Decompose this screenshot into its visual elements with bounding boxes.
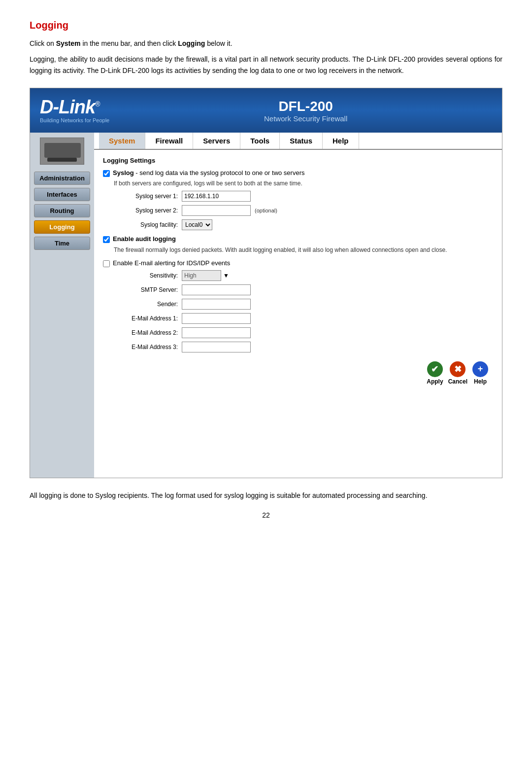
- syslog-server1-input[interactable]: [182, 191, 251, 202]
- dlink-logo: D-Link®: [40, 98, 109, 116]
- email-alerting-label[interactable]: Enable E-mail alerting for IDS/IDP event…: [113, 259, 230, 267]
- audit-checkbox-row: Enable audit logging: [103, 235, 493, 243]
- footer-paragraph: All logging is done to Syslog recipients…: [30, 490, 502, 501]
- device-subtitle: Network Security Firewall: [119, 114, 492, 123]
- smtp-server-row: SMTP Server:: [114, 284, 493, 295]
- syslog-bold: Syslog: [113, 169, 134, 176]
- syslog-server2-optional: (optional): [255, 208, 277, 213]
- nav-system[interactable]: System: [99, 133, 145, 149]
- syslog-server2-row: Syslog server 2: (optional): [114, 205, 493, 216]
- email3-input[interactable]: [182, 342, 251, 352]
- page-number: 22: [30, 511, 502, 519]
- cancel-icon: ✖: [450, 361, 466, 377]
- audit-label[interactable]: Enable audit logging: [113, 235, 176, 243]
- email1-label: E-Mail Address 1:: [114, 315, 178, 322]
- email2-label: E-Mail Address 2:: [114, 329, 178, 336]
- syslog-checkbox[interactable]: [103, 170, 110, 177]
- syslog-server2-input[interactable]: [182, 205, 251, 216]
- header-title-area: DFL-200 Network Security Firewall: [119, 99, 492, 123]
- syslog-both-text: If both servers are configured, logs wil…: [114, 180, 493, 187]
- sender-input[interactable]: [182, 299, 251, 310]
- sensitivity-dropdown-icon[interactable]: ▼: [223, 272, 229, 279]
- syslog-facility-label: Syslog facility:: [114, 221, 178, 228]
- syslog-checkbox-row: Syslog - send log data via the syslog pr…: [103, 169, 493, 177]
- email3-label: E-Mail Address 3:: [114, 344, 178, 350]
- syslog-facility-row: Syslog facility: Local0 Local1 Local2: [114, 219, 493, 230]
- body-area: Administration Interfaces Routing Loggin…: [30, 133, 502, 478]
- syslog-server1-label: Syslog server 1:: [114, 193, 178, 200]
- email-alerting-checkbox-row: Enable E-mail alerting for IDS/IDP event…: [103, 259, 493, 267]
- sidebar-item-interfaces[interactable]: Interfaces: [34, 188, 90, 201]
- help-label: Help: [474, 378, 487, 385]
- logo-area: D-Link® Building Networks for People: [40, 98, 109, 123]
- sensitivity-label: Sensitivity:: [114, 272, 178, 279]
- nav-servers[interactable]: Servers: [193, 133, 240, 149]
- logo-subtitle: Building Networks for People: [40, 117, 109, 123]
- nav-help[interactable]: Help: [323, 133, 359, 149]
- sidebar: Administration Interfaces Routing Loggin…: [30, 133, 94, 478]
- sidebar-item-logging[interactable]: Logging: [34, 220, 90, 234]
- apply-button[interactable]: ✔ Apply: [427, 361, 443, 385]
- smtp-label: SMTP Server:: [114, 286, 178, 293]
- email3-row: E-Mail Address 3:: [114, 342, 493, 352]
- logging-bold: Logging: [178, 39, 205, 47]
- main-container: D-Link® Building Networks for People DFL…: [30, 88, 502, 478]
- sensitivity-row: Sensitivity: ▼: [114, 270, 493, 281]
- registered-symbol: ®: [95, 101, 100, 108]
- cancel-label: Cancel: [448, 378, 467, 385]
- syslog-facility-select[interactable]: Local0 Local1 Local2: [182, 219, 212, 230]
- help-button[interactable]: + Help: [472, 361, 488, 385]
- nav-bar: System Firewall Servers Tools Status Hel…: [94, 133, 502, 150]
- smtp-input[interactable]: [182, 284, 251, 295]
- sidebar-item-time[interactable]: Time: [34, 237, 90, 250]
- router-image: [40, 138, 84, 165]
- audit-checkbox[interactable]: [103, 236, 110, 243]
- cancel-button[interactable]: ✖ Cancel: [448, 361, 467, 385]
- nav-status[interactable]: Status: [280, 133, 323, 149]
- content-area: Logging Settings Syslog - send log data …: [94, 150, 502, 478]
- syslog-server2-label: Syslog server 2:: [114, 207, 178, 214]
- email-alerting-checkbox[interactable]: [103, 260, 110, 267]
- system-bold: System: [56, 39, 81, 47]
- syslog-server1-row: Syslog server 1:: [114, 191, 493, 202]
- page-title: Logging: [30, 20, 502, 31]
- intro-paragraph-1: Click on System in the menu bar, and the…: [30, 38, 502, 49]
- email2-row: E-Mail Address 2:: [114, 327, 493, 338]
- nav-tools[interactable]: Tools: [240, 133, 280, 149]
- apply-icon: ✔: [427, 361, 443, 377]
- syslog-desc: - send log data via the syslog protocol …: [134, 169, 305, 176]
- audit-desc: The firewall normally logs denied packet…: [114, 246, 493, 254]
- sender-row: Sender:: [114, 299, 493, 310]
- intro-paragraph-2: Logging, the ability to audit decisions …: [30, 54, 502, 76]
- header-bar: D-Link® Building Networks for People DFL…: [30, 88, 502, 133]
- logo-text: D-Link: [40, 97, 95, 117]
- sensitivity-input[interactable]: [182, 270, 221, 281]
- device-name: DFL-200: [119, 99, 492, 114]
- sidebar-item-routing[interactable]: Routing: [34, 204, 90, 217]
- email2-input[interactable]: [182, 327, 251, 338]
- sender-label: Sender:: [114, 301, 178, 308]
- logging-settings-title: Logging Settings: [103, 157, 493, 164]
- action-row: ✔ Apply ✖ Cancel + Help: [103, 361, 493, 385]
- content-wrapper: System Firewall Servers Tools Status Hel…: [94, 133, 502, 478]
- help-icon: +: [472, 361, 488, 377]
- syslog-label[interactable]: Syslog - send log data via the syslog pr…: [113, 169, 304, 176]
- apply-label: Apply: [427, 378, 443, 385]
- audit-bold: Enable audit logging: [113, 235, 176, 243]
- email1-input[interactable]: [182, 313, 251, 324]
- nav-firewall[interactable]: Firewall: [145, 133, 193, 149]
- email1-row: E-Mail Address 1:: [114, 313, 493, 324]
- sidebar-item-administration[interactable]: Administration: [34, 172, 90, 185]
